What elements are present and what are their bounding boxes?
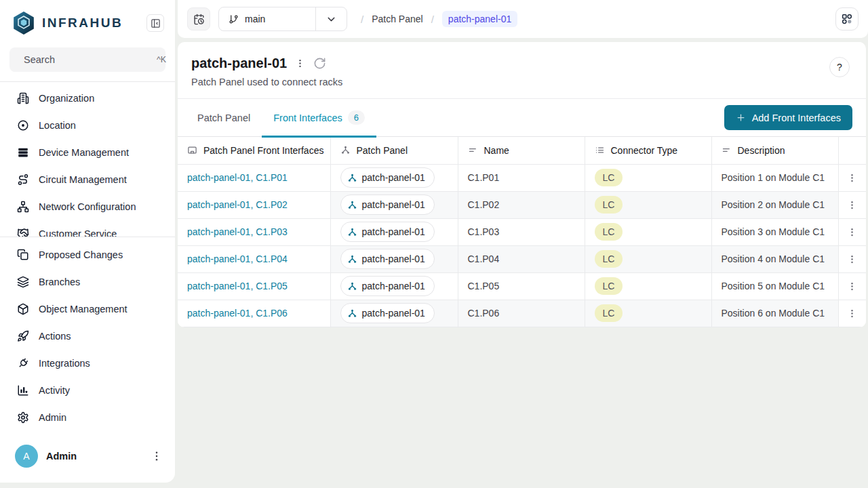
add-front-interfaces-button[interactable]: Add Front Interfaces (724, 105, 852, 130)
relationship-icon (347, 173, 357, 183)
user-menu-row[interactable]: A Admin (0, 435, 175, 483)
page-title: patch-panel-01 (191, 56, 287, 71)
sidebar-item[interactable]: Circuit Management (0, 166, 175, 193)
sidebar-item-label: Actions (39, 331, 71, 342)
branch-selector[interactable]: main (218, 7, 347, 31)
breadcrumb-patch-panel[interactable]: Patch Panel (372, 14, 423, 24)
column-header-name: Name (458, 137, 585, 164)
box-icon (17, 303, 29, 315)
server-icon (17, 146, 29, 159)
sidebar-item-label: Admin (39, 412, 66, 423)
patch-panel-pill[interactable]: patch-panel-01 (340, 303, 435, 323)
sidebar-item-label: Proposed Changes (39, 249, 123, 260)
page-header: patch-panel-01 Patch Panel used to conne… (178, 42, 866, 98)
name-cell: C1.P03 (458, 218, 585, 245)
sidebar-item[interactable]: Actions (0, 323, 175, 350)
row-kebab-menu-icon[interactable] (847, 200, 857, 210)
app-name: INFRAHUB (42, 16, 123, 30)
plug-icon (17, 357, 29, 369)
tabs-bar: Patch Panel Front Interfaces 6 Add Front… (178, 99, 866, 137)
user-kebab-menu-icon[interactable] (151, 450, 163, 462)
sidebar-item-label: Object Management (39, 304, 127, 314)
sidebar-item[interactable]: Organization (0, 85, 175, 112)
branch-selector-dropdown[interactable] (315, 7, 347, 31)
infrahub-logo[interactable]: INFRAHUB (12, 11, 123, 35)
building-icon (17, 92, 29, 104)
title-kebab-menu-icon[interactable] (295, 58, 305, 68)
sidebar-item[interactable]: Customer Service (0, 220, 175, 237)
sidebar-item[interactable]: Location (0, 112, 175, 139)
front-interface-link[interactable]: patch-panel-01, C1.P05 (187, 281, 288, 291)
apps-grid-icon (841, 13, 853, 25)
description-cell: Position 3 on Module C1 (711, 218, 838, 245)
row-kebab-menu-icon[interactable] (847, 254, 857, 264)
column-header-actions (838, 137, 866, 164)
sidebar-item[interactable]: Integrations (0, 350, 175, 377)
patch-panel-pill[interactable]: patch-panel-01 (340, 167, 435, 188)
relationship-icon (347, 281, 357, 291)
row-kebab-menu-icon[interactable] (847, 227, 857, 237)
row-kebab-menu-icon[interactable] (847, 281, 857, 291)
column-header-front-interfaces: Patch Panel Front Interfaces (178, 137, 330, 164)
tab-front-interfaces[interactable]: Front Interfaces 6 (262, 99, 376, 137)
table-header-row: Patch Panel Front Interfaces Patch Panel… (178, 137, 866, 164)
sidebar-item[interactable]: Object Management (0, 296, 175, 323)
sidebar-item[interactable]: Proposed Changes (0, 241, 175, 268)
connector-type-badge: LC (595, 277, 623, 295)
refresh-icon[interactable] (313, 57, 326, 70)
apps-button[interactable] (835, 7, 859, 30)
breadcrumb: / Patch Panel / patch-panel-01 (361, 11, 517, 27)
table-row: patch-panel-01, C1.P05 patch-panel-01 C1… (178, 272, 866, 300)
table-row: patch-panel-01, C1.P03 patch-panel-01 C1… (178, 218, 866, 245)
name-cell: C1.P06 (458, 300, 585, 327)
name-cell: C1.P02 (458, 191, 585, 218)
patch-panel-pill[interactable]: patch-panel-01 (340, 222, 435, 242)
patch-panel-pill[interactable]: patch-panel-01 (340, 249, 435, 269)
sidebar-item[interactable]: Branches (0, 268, 175, 296)
patch-panel-pill[interactable]: patch-panel-01 (340, 276, 435, 296)
user-name: Admin (46, 451, 77, 462)
rocket-icon (17, 330, 29, 342)
sidebar-item[interactable]: Activity (0, 377, 175, 404)
table-row: patch-panel-01, C1.P01 patch-panel-01 C1… (178, 164, 866, 191)
plus-icon (736, 113, 746, 123)
panel-collapse-icon (151, 18, 161, 28)
tab-patch-panel[interactable]: Patch Panel (186, 99, 262, 137)
front-interface-link[interactable]: patch-panel-01, C1.P02 (187, 199, 288, 210)
sidebar-item[interactable]: Network Configuration (0, 193, 175, 220)
chevron-down-icon (326, 14, 337, 25)
search-shortcut: ^K (157, 55, 166, 64)
text-icon (722, 145, 732, 155)
time-travel-button[interactable] (187, 7, 210, 30)
tab-count-badge: 6 (348, 110, 365, 125)
breadcrumb-current-object[interactable]: patch-panel-01 (442, 11, 517, 27)
gear-icon (17, 411, 29, 424)
column-header-description: Description (711, 137, 838, 164)
sidebar-item[interactable]: Admin (0, 404, 175, 431)
front-interface-link[interactable]: patch-panel-01, C1.P04 (187, 253, 288, 264)
table-row: patch-panel-01, C1.P04 patch-panel-01 C1… (178, 245, 866, 272)
connector-type-badge: LC (595, 223, 623, 241)
location-pin-icon (17, 119, 29, 131)
description-cell: Position 5 on Module C1 (711, 272, 838, 300)
search-input[interactable]: ^K (9, 47, 165, 72)
connector-type-badge: LC (595, 250, 623, 268)
row-kebab-menu-icon[interactable] (847, 173, 857, 183)
help-button[interactable]: ? (829, 57, 850, 77)
avatar[interactable]: A (15, 445, 38, 468)
front-interface-link[interactable]: patch-panel-01, C1.P06 (187, 308, 288, 319)
list-icon (595, 145, 605, 155)
search-field[interactable] (24, 54, 151, 65)
patch-panel-pill[interactable]: patch-panel-01 (340, 195, 435, 215)
relationship-icon (347, 200, 357, 210)
sidebar-item[interactable]: Device Management (0, 139, 175, 166)
front-interface-link[interactable]: patch-panel-01, C1.P01 (187, 172, 288, 183)
sidebar-collapse-button[interactable] (146, 14, 164, 32)
route-icon (17, 174, 29, 186)
sidebar-item-label: Customer Service (39, 228, 117, 237)
layers-icon (17, 276, 29, 288)
row-kebab-menu-icon[interactable] (847, 308, 857, 319)
front-interfaces-table: Patch Panel Front Interfaces Patch Panel… (178, 137, 866, 327)
branch-selector-value[interactable]: main (219, 14, 315, 24)
front-interface-link[interactable]: patch-panel-01, C1.P03 (187, 226, 288, 237)
